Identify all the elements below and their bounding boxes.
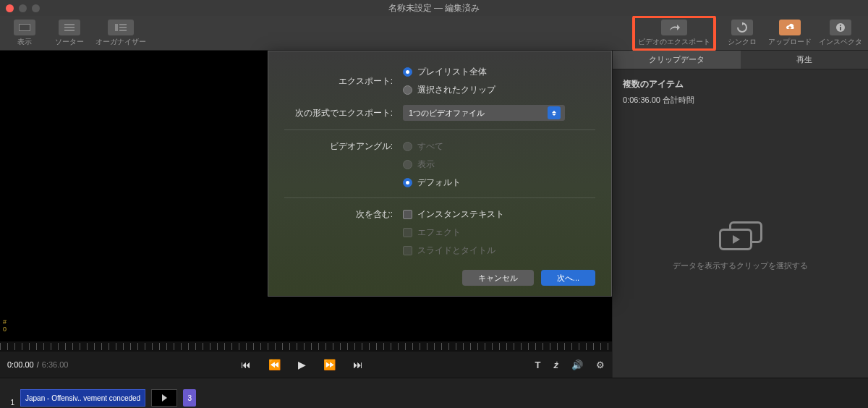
export-format-label: 次の形式でエクスポート: <box>284 107 393 119</box>
radio-checked-icon <box>403 67 412 77</box>
video-pane: エクスポート: プレイリスト全体 選択されたクリップ 次の形式でエクスポート: <box>0 51 612 378</box>
sync-button[interactable]: シンクロ <box>723 20 761 47</box>
minimize-window-button[interactable] <box>19 4 27 12</box>
total-time: 6:36.00 <box>42 360 69 369</box>
inspector-placeholder: データを表示するクリップを選択する <box>613 114 868 378</box>
export-highlight: ビデオのエクスポート <box>632 15 716 51</box>
main-area: エクスポート: プレイリスト全体 選択されたクリップ 次の形式でエクスポート: <box>0 51 868 378</box>
svg-rect-4 <box>64 30 75 31</box>
close-window-button[interactable] <box>6 4 14 12</box>
radio-disabled-icon <box>403 160 412 169</box>
angle-display-label: 表示 <box>417 158 435 171</box>
next-button[interactable]: 次へ... <box>541 270 595 286</box>
export-opt-playlist-all[interactable]: プレイリスト全体 <box>403 66 495 78</box>
rewind-button[interactable]: ⏪ <box>268 359 281 370</box>
display-button[interactable]: 表示 <box>6 20 43 47</box>
display-label: 表示 <box>17 37 32 47</box>
angle-opt-display: 表示 <box>403 158 461 171</box>
cancel-button[interactable]: キャンセル <box>462 270 534 286</box>
svg-rect-10 <box>840 27 841 30</box>
volume-button[interactable]: 🔊 <box>571 360 583 370</box>
upload-icon <box>779 20 801 35</box>
organizer-label: オーガナイザー <box>95 37 146 47</box>
checkbox-icon <box>403 210 412 219</box>
timeline-row: 1 Japan - Offensiv.. vement conceded 3 <box>0 378 868 408</box>
svg-rect-5 <box>115 24 118 31</box>
include-instance-text[interactable]: インスタンステキスト <box>403 208 504 221</box>
export-format-value: 1つのビデオファイル <box>409 108 485 119</box>
radio-checked-icon <box>403 178 412 187</box>
row-index: 1 <box>4 399 14 407</box>
svg-rect-2 <box>64 24 75 25</box>
share-icon <box>661 20 687 35</box>
sorter-icon <box>59 20 80 35</box>
angle-all-label: すべて <box>417 140 443 153</box>
play-button[interactable]: ▶ <box>298 359 306 370</box>
svg-rect-7 <box>119 27 127 28</box>
include-effects-label: エフェクト <box>417 226 461 239</box>
angle-opt-all: すべて <box>403 140 461 153</box>
include-label: 次を含む: <box>284 208 393 221</box>
timeline-ruler[interactable] <box>0 341 612 352</box>
video-angle-label: ビデオアングル: <box>284 140 393 153</box>
upload-button[interactable]: アップロード <box>768 20 812 47</box>
export-opt-selected-clips[interactable]: 選択されたクリップ <box>403 84 495 96</box>
opt-selected-clips-label: 選択されたクリップ <box>417 84 495 96</box>
clip-count-badge: 3 <box>183 389 196 407</box>
export-format-select[interactable]: 1つのビデオファイル <box>403 105 565 121</box>
include-slides-titles-label: スライドとタイトル <box>417 245 495 257</box>
angle-opt-default[interactable]: デフォルト <box>403 177 461 189</box>
current-time: 0:00.00 <box>7 360 34 369</box>
maximize-window-button[interactable] <box>32 4 40 12</box>
tab-clip-data[interactable]: クリップデータ <box>613 51 741 69</box>
svg-rect-1 <box>20 25 30 30</box>
timeline-marker: #0 <box>3 318 7 333</box>
organizer-button[interactable]: オーガナイザー <box>95 20 146 47</box>
sorter-button[interactable]: ソーター <box>51 20 88 47</box>
sync-icon <box>731 20 753 35</box>
checkbox-disabled-icon <box>403 228 412 237</box>
tab-playback[interactable]: 再生 <box>741 51 869 69</box>
timeline-clip[interactable]: Japan - Offensiv.. vement conceded <box>20 389 145 407</box>
info-icon <box>830 20 851 35</box>
fast-forward-button[interactable]: ⏩ <box>323 359 336 370</box>
export-video-label: ビデオのエクスポート <box>638 37 710 47</box>
select-arrow-icon <box>548 106 561 119</box>
opt-playlist-all-label: プレイリスト全体 <box>417 66 487 78</box>
skip-end-button[interactable]: ⏭ <box>353 359 363 370</box>
radio-unchecked-icon <box>403 85 412 95</box>
time-display: 0:00.00 / 6:36.00 <box>7 360 68 369</box>
radio-disabled-icon <box>403 142 412 151</box>
angle-default-label: デフォルト <box>417 177 461 189</box>
organizer-icon <box>108 20 134 35</box>
export-label: エクスポート: <box>284 75 393 88</box>
inspector-placeholder-text: データを表示するクリップを選択する <box>673 260 808 271</box>
include-effects: エフェクト <box>403 226 504 239</box>
display-icon <box>14 20 35 35</box>
svg-point-11 <box>840 25 841 26</box>
svg-rect-6 <box>119 24 127 25</box>
skip-start-button[interactable]: ⏮ <box>241 359 251 370</box>
window-title: 名称未設定 — 編集済み <box>388 2 480 14</box>
text-overlay-button[interactable]: T <box>535 360 541 370</box>
upload-label: アップロード <box>768 37 812 47</box>
play-icon <box>162 394 167 401</box>
clip-preview-thumb[interactable] <box>151 389 177 407</box>
transport-bar: 0:00.00 / 6:36.00 ⏮ ⏪ ▶ ⏩ ⏭ T ż 🔊 ⚙ <box>0 352 612 378</box>
clip-duration: 0:06:36.00 合計時間 <box>623 95 858 106</box>
export-dialog: エクスポート: プレイリスト全体 選択されたクリップ 次の形式でエクスポート: <box>268 51 612 297</box>
settings-gear-button[interactable]: ⚙ <box>596 360 605 370</box>
export-video-button[interactable]: ビデオのエクスポート <box>638 20 710 47</box>
include-instance-text-label: インスタンステキスト <box>417 208 504 221</box>
svg-rect-8 <box>119 30 127 31</box>
inspector-pane: クリップデータ 再生 複数のアイテム 0:06:36.00 合計時間 データを表… <box>612 51 868 378</box>
effects-button[interactable]: ż <box>554 360 559 370</box>
inspector-label: インスペクタ <box>819 37 862 47</box>
window-titlebar: 名称未設定 — 編集済み <box>0 0 868 16</box>
clip-info-title: 複数のアイテム <box>623 78 858 90</box>
checkbox-disabled-icon <box>403 246 412 255</box>
clip-info: 複数のアイテム 0:06:36.00 合計時間 <box>613 69 868 114</box>
video-viewport[interactable]: エクスポート: プレイリスト全体 選択されたクリップ 次の形式でエクスポート: <box>0 51 612 341</box>
inspector-button[interactable]: インスペクタ <box>819 20 862 47</box>
include-slides-titles: スライドとタイトル <box>403 245 504 257</box>
